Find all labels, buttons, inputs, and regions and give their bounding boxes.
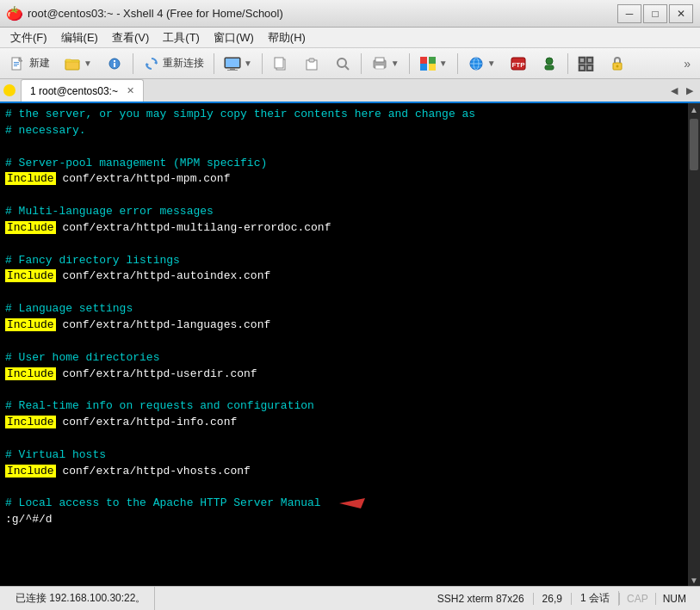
terminal[interactable]: # the server, or you may simply copy the… [0, 103, 688, 586]
script-button[interactable] [572, 52, 601, 76]
include-highlight-6: Include [5, 416, 56, 428]
script-icon [578, 55, 595, 72]
include-highlight-4: Include [5, 318, 56, 331]
svg-rect-14 [227, 70, 238, 71]
terminal-line-12: Include conf/extra/httpd-userdir.conf [5, 367, 683, 383]
terminal-line-2: # necessary. [5, 123, 683, 139]
new-icon [9, 55, 27, 72]
reconnect-button[interactable]: 重新连接 [137, 52, 210, 76]
svg-rect-26 [420, 64, 427, 71]
cap-text: CAP [627, 593, 648, 605]
tab-navigation: ◀ ▶ [667, 83, 697, 97]
terminal-line-8: Include conf/extra/httpd-autoindex.conf [5, 268, 683, 285]
xftp-button[interactable]: FTP [504, 52, 533, 76]
paste-button[interactable] [297, 52, 326, 76]
svg-rect-24 [420, 57, 427, 64]
terminal-line-blank-6 [5, 382, 683, 398]
terminal-tab[interactable]: 1 root@centos03:~ ✕ [21, 79, 144, 102]
more-button[interactable]: » [678, 52, 697, 76]
svg-rect-2 [14, 62, 19, 63]
color-dropdown: ▼ [439, 59, 448, 68]
connection-text: 已连接 192.168.100.30:22。 [15, 591, 146, 606]
svg-rect-3 [14, 64, 19, 65]
menu-help[interactable]: 帮助(H) [261, 28, 313, 47]
toolbar-separator-7 [567, 53, 568, 74]
xagent-button[interactable] [535, 52, 564, 76]
terminal-line-10: Include conf/extra/httpd-languages.conf [5, 317, 683, 334]
lock-button[interactable] [603, 52, 632, 76]
toolbar-separator-3 [262, 53, 263, 74]
terminal-line-14: Include conf/extra/httpd-info.conf [5, 415, 683, 431]
globe-dropdown: ▼ [487, 59, 496, 68]
close-button[interactable]: ✕ [669, 4, 693, 23]
open-dropdown: ▼ [84, 59, 92, 68]
menu-window[interactable]: 窗口(W) [207, 28, 261, 47]
properties-button[interactable] [100, 52, 129, 76]
term-text: xterm [468, 593, 493, 605]
scroll-thumb[interactable] [690, 119, 698, 170]
scroll-up-button[interactable]: ▲ [688, 103, 700, 115]
app-icon: 🍅 [7, 6, 22, 22]
xftp-icon: FTP [510, 55, 527, 72]
svg-line-20 [345, 66, 349, 70]
globe-button[interactable]: ▼ [462, 52, 502, 76]
sessions-text: 1 会话 [580, 591, 610, 606]
tab-indicator [3, 84, 15, 96]
terminal-line-1: # the server, or you may simply copy the… [5, 107, 683, 123]
reconnect-icon [143, 55, 160, 72]
terminal-line-5: # Multi-language error messages [5, 204, 683, 220]
menu-edit[interactable]: 编辑(E) [54, 28, 105, 47]
include-highlight-5: Include [5, 367, 56, 380]
svg-rect-18 [309, 59, 314, 62]
terminal-line-18: :g/^#/d [5, 512, 683, 528]
scroll-left-arrow[interactable]: ◀ [667, 83, 681, 97]
terminal-line-13: # Real-time info on requests and configu… [5, 398, 683, 415]
scroll-down-button[interactable]: ▼ [688, 574, 700, 586]
copy-button[interactable] [266, 52, 295, 76]
cursor-text: 26,9 [542, 593, 562, 605]
maximize-button[interactable]: □ [643, 4, 667, 23]
terminal-line-3: # Server-pool management (MPM specific) [5, 156, 683, 172]
toolbar: 新建 ▼ 重新连接 ▼ [0, 48, 700, 79]
svg-marker-47 [339, 498, 365, 508]
svg-rect-7 [114, 60, 115, 62]
toolbar-separator-6 [457, 53, 458, 74]
scroll-right-arrow[interactable]: ▶ [683, 83, 697, 97]
tab-label: 1 root@centos03:~ [30, 85, 118, 97]
terminal-line-9: # Language settings [5, 301, 683, 317]
num-status: NUM [655, 593, 693, 605]
tab-close-button[interactable]: ✕ [127, 85, 134, 96]
menu-view[interactable]: 查看(V) [105, 28, 156, 47]
globe-icon [468, 55, 485, 72]
svg-rect-4 [14, 65, 17, 66]
svg-rect-41 [580, 59, 584, 62]
color-button[interactable]: ▼ [413, 52, 454, 76]
open-button[interactable]: ▼ [58, 52, 98, 76]
num-text: NUM [663, 593, 686, 605]
minimize-button[interactable]: ─ [617, 4, 641, 23]
menu-tools[interactable]: 工具(T) [156, 28, 207, 47]
ssh-status: SSH2 xterm 87x26 [429, 593, 534, 605]
menu-file[interactable]: 文件(F) [3, 28, 54, 47]
terminal-line-blank-1 [5, 139, 683, 156]
search-button[interactable] [328, 52, 357, 76]
svg-point-19 [338, 59, 346, 67]
terminal-line-blank-5 [5, 334, 683, 350]
new-button[interactable]: 新建 [3, 52, 56, 76]
svg-rect-25 [429, 57, 436, 64]
svg-rect-42 [588, 59, 592, 62]
title-bar: 🍅 root@centos03:~ - Xshell 4 (Free for H… [0, 0, 700, 28]
cursor-status: 26,9 [534, 593, 572, 605]
include-highlight-7: Include [5, 465, 56, 478]
terminal-line-17: # Local access to the Apache HTTP Server… [5, 496, 683, 512]
terminal-line-6: Include conf/extra/httpd-multilang-error… [5, 220, 683, 237]
status-right: SSH2 xterm 87x26 26,9 1 会话 CAP NUM [429, 591, 693, 606]
terminal-scrollbar[interactable]: ▲ ▼ [688, 103, 700, 586]
display-button[interactable]: ▼ [218, 52, 258, 76]
svg-rect-16 [275, 58, 283, 68]
paste-icon [303, 55, 320, 72]
print-button[interactable]: ▼ [365, 52, 406, 76]
toolbar-separator-5 [409, 53, 410, 74]
terminal-line-16: Include conf/extra/httpd-vhosts.conf [5, 464, 683, 480]
svg-rect-36 [545, 65, 554, 70]
